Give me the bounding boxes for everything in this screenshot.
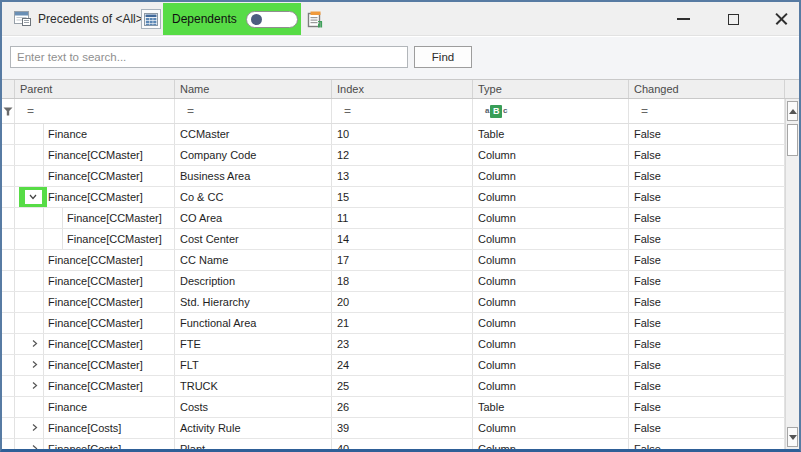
table-row[interactable]: Finance[CCMaster]Cost Center14ColumnFals…: [2, 229, 785, 250]
report-button[interactable]: [305, 9, 325, 29]
parent-cell[interactable]: Finance[CCMaster]: [15, 355, 175, 375]
table-row[interactable]: Finance[CCMaster]Co & CC15ColumnFalse: [2, 187, 785, 208]
type-cell[interactable]: Column: [473, 313, 629, 333]
filter-cell-parent[interactable]: =: [15, 99, 175, 123]
parent-cell[interactable]: Finance[CCMaster]: [15, 166, 175, 186]
parent-cell[interactable]: Finance[CCMaster]: [15, 292, 175, 312]
search-input[interactable]: [10, 46, 408, 68]
index-cell[interactable]: 10: [332, 124, 473, 144]
table-row[interactable]: FinanceCCMaster10TableFalse: [2, 124, 785, 145]
changed-cell[interactable]: False: [629, 145, 785, 165]
changed-cell[interactable]: False: [629, 439, 785, 449]
changed-cell[interactable]: False: [629, 229, 785, 249]
index-cell[interactable]: 15: [332, 187, 473, 207]
changed-cell[interactable]: False: [629, 397, 785, 417]
name-cell[interactable]: Co & CC: [175, 187, 332, 207]
type-cell[interactable]: Table: [473, 124, 629, 144]
index-cell[interactable]: 11: [332, 208, 473, 228]
table-row[interactable]: Finance[CCMaster]Business Area13ColumnFa…: [2, 166, 785, 187]
type-cell[interactable]: Column: [473, 439, 629, 449]
filter-cell-index[interactable]: =: [332, 99, 473, 123]
index-cell[interactable]: 40: [332, 439, 473, 449]
maximize-button[interactable]: [716, 2, 750, 36]
column-header-type[interactable]: Type: [473, 80, 629, 98]
name-cell[interactable]: Cost Center: [175, 229, 332, 249]
changed-cell[interactable]: False: [629, 355, 785, 375]
table-row[interactable]: FinanceCosts26TableFalse: [2, 397, 785, 418]
parent-cell[interactable]: Finance[CCMaster]: [15, 187, 175, 207]
name-cell[interactable]: CCMaster: [175, 124, 332, 144]
type-cell[interactable]: Column: [473, 145, 629, 165]
index-cell[interactable]: 26: [332, 397, 473, 417]
expand-row-button[interactable]: [26, 334, 43, 354]
parent-cell[interactable]: Finance[CCMaster]: [15, 313, 175, 333]
type-cell[interactable]: Column: [473, 166, 629, 186]
index-cell[interactable]: 21: [332, 313, 473, 333]
index-cell[interactable]: 18: [332, 271, 473, 291]
table-row[interactable]: Finance[CCMaster]Std. Hierarchy20ColumnF…: [2, 292, 785, 313]
vertical-scrollbar[interactable]: [785, 99, 799, 449]
changed-cell[interactable]: False: [629, 334, 785, 354]
minimize-button[interactable]: [666, 2, 700, 36]
changed-cell[interactable]: False: [629, 313, 785, 333]
column-header-index[interactable]: Index: [332, 80, 473, 98]
scroll-down-button[interactable]: [787, 427, 798, 447]
changed-cell[interactable]: False: [629, 124, 785, 144]
type-cell[interactable]: Column: [473, 376, 629, 396]
name-cell[interactable]: Plant: [175, 439, 332, 449]
index-cell[interactable]: 12: [332, 145, 473, 165]
close-button[interactable]: [764, 2, 798, 36]
parent-cell[interactable]: Finance[Costs]: [15, 418, 175, 438]
type-cell[interactable]: Table: [473, 397, 629, 417]
name-cell[interactable]: Company Code: [175, 145, 332, 165]
index-cell[interactable]: 24: [332, 355, 473, 375]
type-cell[interactable]: Column: [473, 355, 629, 375]
table-row[interactable]: Finance[Costs]Plant40ColumnFalse: [2, 439, 785, 449]
type-cell[interactable]: Column: [473, 208, 629, 228]
grid-view-button[interactable]: [141, 9, 161, 29]
parent-cell[interactable]: Finance[CCMaster]: [15, 376, 175, 396]
type-cell[interactable]: Column: [473, 334, 629, 354]
changed-cell[interactable]: False: [629, 208, 785, 228]
type-cell[interactable]: Column: [473, 418, 629, 438]
table-row[interactable]: Finance[CCMaster]Description18ColumnFals…: [2, 271, 785, 292]
name-cell[interactable]: Business Area: [175, 166, 332, 186]
index-cell[interactable]: 25: [332, 376, 473, 396]
name-cell[interactable]: TRUCK: [175, 376, 332, 396]
dependents-toggle[interactable]: [246, 11, 298, 28]
table-row[interactable]: Finance[CCMaster]TRUCK25ColumnFalse: [2, 376, 785, 397]
type-cell[interactable]: Column: [473, 292, 629, 312]
changed-cell[interactable]: False: [629, 166, 785, 186]
find-button[interactable]: Find: [414, 46, 472, 68]
name-cell[interactable]: CC Name: [175, 250, 332, 270]
changed-cell[interactable]: False: [629, 187, 785, 207]
parent-cell[interactable]: Finance[CCMaster]: [15, 229, 175, 249]
changed-cell[interactable]: False: [629, 418, 785, 438]
table-row[interactable]: Finance[CCMaster]CC Name17ColumnFalse: [2, 250, 785, 271]
parent-cell[interactable]: Finance[CCMaster]: [15, 145, 175, 165]
index-cell[interactable]: 20: [332, 292, 473, 312]
name-cell[interactable]: FLT: [175, 355, 332, 375]
index-cell[interactable]: 39: [332, 418, 473, 438]
parent-cell[interactable]: Finance[CCMaster]: [15, 334, 175, 354]
parent-cell[interactable]: Finance[Costs]: [15, 439, 175, 449]
table-row[interactable]: Finance[CCMaster]Company Code12ColumnFal…: [2, 145, 785, 166]
table-row[interactable]: Finance[CCMaster]CO Area11ColumnFalse: [2, 208, 785, 229]
index-cell[interactable]: 14: [332, 229, 473, 249]
changed-cell[interactable]: False: [629, 271, 785, 291]
parent-cell[interactable]: Finance: [15, 397, 175, 417]
collapse-row-button[interactable]: [25, 190, 42, 204]
filter-cell-type[interactable]: a B c: [473, 99, 629, 123]
table-row[interactable]: Finance[Costs]Activity Rule39ColumnFalse: [2, 418, 785, 439]
parent-cell[interactable]: Finance: [15, 124, 175, 144]
name-cell[interactable]: Description: [175, 271, 332, 291]
index-cell[interactable]: 23: [332, 334, 473, 354]
name-cell[interactable]: Activity Rule: [175, 418, 332, 438]
index-cell[interactable]: 13: [332, 166, 473, 186]
table-row[interactable]: Finance[CCMaster]Functional Area21Column…: [2, 313, 785, 334]
name-cell[interactable]: Functional Area: [175, 313, 332, 333]
filter-cell-changed[interactable]: =: [629, 99, 785, 123]
expand-row-button[interactable]: [26, 418, 43, 438]
type-cell[interactable]: Column: [473, 187, 629, 207]
type-cell[interactable]: Column: [473, 229, 629, 249]
